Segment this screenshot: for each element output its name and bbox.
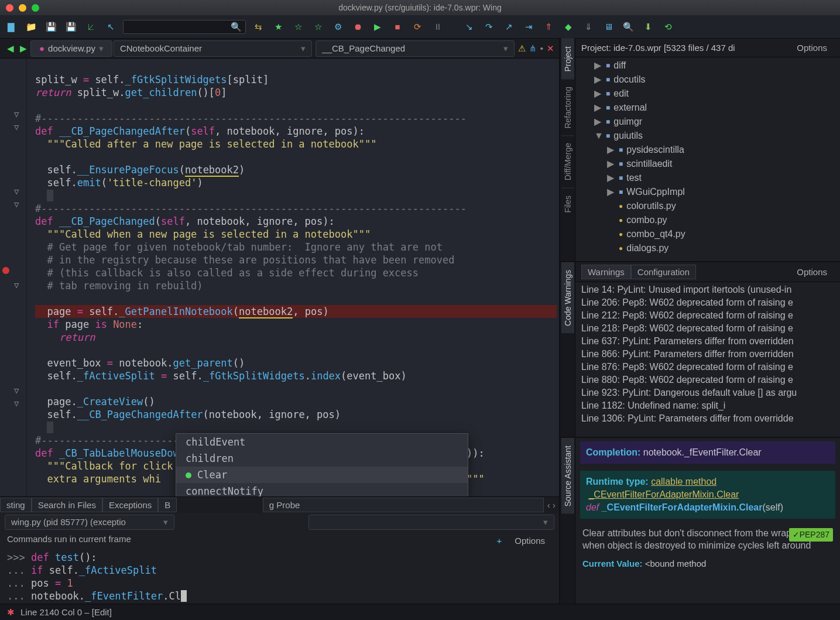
play-icon[interactable]: ▶	[370, 19, 385, 35]
autocomplete-popup[interactable]: childEventchildrenClearconnectNotifycust…	[176, 433, 468, 496]
tree-item[interactable]: ▶■test	[575, 171, 840, 185]
frame-down-icon[interactable]: ⇓	[581, 19, 596, 35]
warning-item[interactable]: Line 1182: Undefined name: split_i	[581, 399, 834, 412]
warning-item[interactable]: Line 218: Pep8: W602 deprecated form of …	[581, 322, 834, 335]
project-tree[interactable]: ▶■diff▶■docutils▶■edit▶■external▶■guimgr…	[575, 57, 840, 261]
fold-marker[interactable]: ▽	[14, 108, 19, 121]
tree-item[interactable]: ▶■scintillaedit	[575, 157, 840, 171]
vertical-tab[interactable]: Diff/Merge	[561, 135, 574, 187]
autocomplete-item[interactable]: Clear	[176, 467, 468, 483]
step-out-icon[interactable]: ↗	[501, 19, 516, 35]
warning-item[interactable]: Line 14: PyLint: Unused import itertools…	[581, 283, 834, 296]
warning-item[interactable]: Line 880: Pep8: W602 deprecated form of …	[581, 374, 834, 386]
minimize-window-button[interactable]	[19, 4, 26, 12]
process-selector[interactable]: wing.py (pid 85777) (exceptio▾	[5, 515, 174, 530]
tree-item[interactable]: ●colorutils.py	[575, 199, 840, 213]
warnings-tab[interactable]: Configuration	[631, 265, 696, 279]
tree-item[interactable]: ●combo_qt4.py	[575, 227, 840, 241]
fold-marker[interactable]: ▽	[14, 397, 19, 410]
autocomplete-item[interactable]: children	[176, 450, 468, 467]
warning-item[interactable]: Line 876: Pep8: W602 deprecated form of …	[581, 361, 834, 374]
step-into-icon[interactable]: ↘	[461, 19, 476, 35]
bug-icon[interactable]: ✱	[7, 607, 15, 618]
autocomplete-item[interactable]: childEvent	[176, 434, 468, 450]
gear-icon[interactable]: ⚙	[330, 19, 345, 35]
record-icon[interactable]: ⏺	[350, 19, 365, 35]
autocomplete-item[interactable]: connectNotify	[176, 483, 468, 496]
warning-item[interactable]: Line 212: Pep8: W602 deprecated form of …	[581, 309, 834, 322]
tree-item[interactable]: ▶■edit	[575, 87, 840, 101]
editor-gutter[interactable]: ▽ ▽ ▽ ▽ ▽ ▽ ▽	[0, 59, 27, 496]
maximize-window-button[interactable]	[32, 4, 39, 12]
class-selector[interactable]: CNotebookContainer▾	[114, 40, 312, 57]
tree-item[interactable]: ▶■WGuiCppImpl	[575, 185, 840, 199]
tree-item[interactable]: ▶■external	[575, 101, 840, 115]
new-file-icon[interactable]: ▇	[4, 19, 19, 35]
star2-icon[interactable]: ☆	[290, 19, 306, 35]
close-window-button[interactable]	[6, 4, 13, 12]
stop-icon[interactable]: ■	[390, 19, 405, 35]
code-editor[interactable]: ▽ ▽ ▽ ▽ ▽ ▽ ▽ split_w = self._fGtkSplitW…	[0, 59, 559, 496]
tree-item[interactable]: ▶■pysidescintilla	[575, 143, 840, 157]
console-options-button[interactable]: Options	[508, 534, 552, 547]
tree-item[interactable]: ▶■docutils	[575, 73, 840, 87]
file-tab[interactable]: ● dockview.py ▾	[30, 40, 112, 57]
open-folder-icon[interactable]: 📁	[23, 19, 39, 35]
bottom-tab[interactable]: sting	[0, 498, 32, 512]
method-selector[interactable]: __CB_PageChanged▾	[316, 40, 514, 57]
warning-item[interactable]: Line 1306: PyLint: Parameters differ fro…	[581, 412, 834, 425]
frame-up-icon[interactable]: ⇑	[541, 19, 556, 35]
bottom-tab[interactable]: Exceptions	[102, 498, 158, 512]
tree-item[interactable]: ▶■diff	[575, 59, 840, 73]
close-tab-icon[interactable]: ✕	[547, 43, 554, 54]
runtime-type-link[interactable]: callable method	[651, 477, 716, 487]
fold-marker[interactable]: ▽	[14, 279, 19, 292]
runtime-class-link[interactable]: _CEventFilterForAdapterMixin.Clear	[588, 489, 739, 499]
warning-item[interactable]: Line 637: PyLint: Parameters differ from…	[581, 335, 834, 348]
vertical-tab[interactable]: Refactoring	[561, 79, 574, 136]
warning-icon[interactable]: ⚠	[518, 43, 526, 54]
fold-marker[interactable]: ▽	[14, 384, 19, 397]
tree-item[interactable]: ●dialogs.py	[575, 241, 840, 255]
project-options-button[interactable]: Options	[790, 41, 834, 54]
monitor-icon[interactable]: 🖥	[601, 19, 616, 35]
warnings-tab[interactable]: Warnings	[581, 265, 631, 279]
add-icon[interactable]: +	[497, 536, 502, 546]
save-icon[interactable]: 💾	[43, 19, 59, 35]
fold-marker[interactable]: ▽	[14, 198, 19, 211]
indent-icon[interactable]: ⟀	[83, 19, 98, 35]
tree-item[interactable]: ●combo.py	[575, 213, 840, 227]
tree-item[interactable]: ▶■guimgr	[575, 115, 840, 129]
save-all-icon[interactable]: 💾	[63, 19, 78, 35]
search-tool-icon[interactable]: 🔍	[620, 19, 636, 35]
vertical-tab[interactable]: Project	[561, 39, 574, 79]
star-icon[interactable]: ★	[270, 19, 286, 35]
warning-item[interactable]: Line 923: PyLint: Dangerous default valu…	[581, 386, 834, 399]
fold-marker[interactable]: ▽	[14, 121, 19, 133]
warning-item[interactable]: Line 866: PyLint: Parameters differ from…	[581, 348, 834, 361]
console-content[interactable]: >>> def test(): ... if self._fActiveSpli…	[0, 550, 559, 604]
nav-fwd-button[interactable]: ▶	[18, 43, 29, 54]
frame-selector[interactable]: ▾	[308, 515, 554, 530]
vertical-tab[interactable]: Source Assistant	[561, 438, 574, 513]
toolbar-search[interactable]: 🔍	[123, 20, 246, 34]
bottom-tab[interactable]: Search in Files	[32, 498, 102, 512]
bottom-tab[interactable]: B	[158, 498, 177, 512]
frame-mid-icon[interactable]: ◆	[561, 19, 576, 35]
refresh-icon[interactable]: ⟲	[660, 19, 676, 35]
tab-scroll-icon[interactable]: ‹ ›	[544, 500, 559, 510]
warning-item[interactable]: Line 206: Pep8: W602 deprecated form of …	[581, 296, 834, 309]
warnings-list[interactable]: Line 14: PyLint: Unused import itertools…	[575, 282, 840, 437]
bullet-icon[interactable]: •	[540, 43, 543, 54]
fold-marker[interactable]: ▽	[14, 185, 19, 198]
replace-icon[interactable]: ⇆	[251, 19, 266, 35]
tree-item[interactable]: ▼■guiutils	[575, 129, 840, 143]
restart-icon[interactable]: ⟳	[410, 19, 425, 35]
warnings-options-button[interactable]: Options	[790, 265, 834, 279]
bottom-tab[interactable]: g Probe	[263, 498, 544, 512]
link-icon[interactable]: ⋔	[529, 43, 537, 54]
breakpoint-icon[interactable]	[2, 267, 9, 274]
down-arrow-icon[interactable]: ⬇	[640, 19, 656, 35]
vertical-tab[interactable]: Code Warnings	[561, 262, 574, 333]
step-over-icon[interactable]: ↷	[481, 19, 496, 35]
